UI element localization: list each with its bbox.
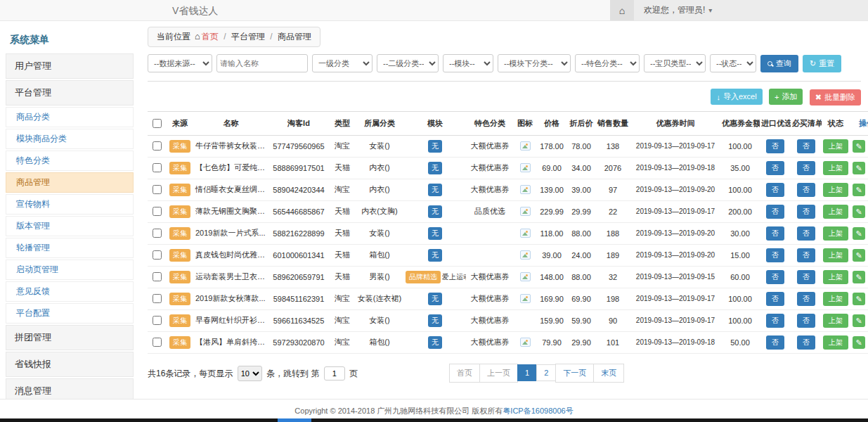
row-checkbox[interactable] bbox=[153, 250, 162, 260]
edit-button[interactable]: ✎ bbox=[853, 249, 865, 262]
sidebar-item[interactable]: 用户管理 bbox=[6, 53, 134, 79]
status-button[interactable]: 上架 bbox=[823, 205, 848, 219]
sidebar-item[interactable]: 意见反馈 bbox=[6, 281, 134, 302]
select-all-checkbox[interactable] bbox=[153, 119, 162, 128]
import-select-toggle[interactable]: 否 bbox=[766, 205, 784, 219]
must-buy-toggle[interactable]: 否 bbox=[797, 248, 815, 262]
status-button[interactable]: 上架 bbox=[823, 183, 848, 197]
must-buy-toggle[interactable]: 否 bbox=[797, 335, 815, 350]
sidebar-item[interactable]: 宣传物料 bbox=[6, 194, 134, 215]
feature-category: 大额优惠券 bbox=[466, 309, 514, 331]
import-select-toggle[interactable]: 否 bbox=[766, 161, 784, 175]
edit-button[interactable]: ✎ bbox=[853, 140, 865, 153]
sidebar-item[interactable]: 平台管理 bbox=[6, 80, 134, 106]
sidebar-item[interactable]: 商品管理 bbox=[6, 172, 134, 193]
must-buy-toggle[interactable]: 否 bbox=[797, 270, 815, 284]
page-number-input[interactable] bbox=[324, 366, 345, 381]
edit-button[interactable]: ✎ bbox=[853, 314, 865, 327]
status-button[interactable]: 上架 bbox=[823, 270, 848, 284]
discount-price: 88.00 bbox=[567, 266, 595, 288]
sidebar-item[interactable]: 平台配置 bbox=[6, 303, 134, 324]
page-button[interactable]: 上一页 bbox=[479, 364, 518, 383]
query-label: 查询 bbox=[776, 58, 791, 69]
sidebar-item[interactable]: 拼团管理 bbox=[6, 325, 134, 350]
row-checkbox[interactable] bbox=[153, 229, 162, 238]
coupon-time: 2019-09-13—2019-09-20 bbox=[630, 244, 720, 266]
discount-price: 69.90 bbox=[567, 288, 595, 309]
must-buy-toggle[interactable]: 否 bbox=[797, 205, 815, 219]
level2-category-select[interactable]: --二级分类-- bbox=[377, 54, 439, 72]
sidebar-item[interactable]: 轮播管理 bbox=[6, 238, 134, 258]
import-select-toggle[interactable]: 否 bbox=[766, 314, 784, 328]
product-name: 【港风】单肩斜挎链条... bbox=[194, 331, 268, 353]
row-checkbox[interactable] bbox=[153, 316, 162, 325]
import-select-toggle[interactable]: 否 bbox=[766, 248, 784, 262]
must-buy-toggle[interactable]: 否 bbox=[797, 183, 815, 197]
sidebar-item[interactable]: 版本管理 bbox=[6, 216, 134, 236]
data-source-select[interactable]: --数据来源-- bbox=[148, 54, 212, 72]
edit-button[interactable]: ✎ bbox=[853, 293, 865, 305]
page-button[interactable]: 首页 bbox=[449, 364, 480, 383]
import-select-toggle[interactable]: 否 bbox=[766, 139, 784, 153]
sidebar-item[interactable]: 模块商品分类 bbox=[6, 129, 134, 149]
page-button[interactable]: 末页 bbox=[593, 364, 624, 383]
sidebar-item[interactable]: 启动页管理 bbox=[6, 260, 134, 280]
sidebar-item[interactable]: 商品分类 bbox=[6, 107, 134, 127]
user-menu[interactable]: 欢迎您，管理员! ▾ bbox=[644, 0, 712, 20]
name-input[interactable] bbox=[216, 54, 308, 72]
status-select[interactable]: --状态-- bbox=[710, 54, 756, 72]
product-type: 天猫 bbox=[330, 244, 355, 266]
status-button[interactable]: 上架 bbox=[823, 314, 848, 328]
query-button[interactable]: 查询 bbox=[760, 55, 798, 72]
must-buy-toggle[interactable]: 否 bbox=[797, 139, 815, 153]
sidebar-item[interactable]: 特色分类 bbox=[6, 151, 134, 171]
row-checkbox[interactable] bbox=[153, 338, 162, 347]
level1-category-select[interactable]: 一级分类 bbox=[312, 54, 373, 72]
edit-button[interactable]: ✎ bbox=[853, 205, 865, 218]
must-buy-toggle[interactable]: 否 bbox=[797, 292, 815, 306]
import-select-toggle[interactable]: 否 bbox=[766, 183, 784, 197]
status-button[interactable]: 上架 bbox=[823, 139, 848, 153]
row-checkbox[interactable] bbox=[153, 163, 162, 172]
edit-button[interactable]: ✎ bbox=[853, 184, 865, 196]
status-button[interactable]: 上架 bbox=[823, 248, 848, 262]
sidebar-item[interactable]: 省钱快报 bbox=[6, 352, 134, 377]
page-button[interactable]: 下一页 bbox=[555, 364, 594, 383]
module-select[interactable]: --模块-- bbox=[443, 54, 493, 72]
add-button[interactable]: +添加 bbox=[769, 89, 803, 105]
icp-link[interactable]: 粤ICP备16098006号 bbox=[503, 407, 573, 415]
row-checkbox[interactable] bbox=[153, 185, 162, 194]
status-button[interactable]: 上架 bbox=[823, 161, 848, 175]
must-buy-toggle[interactable]: 否 bbox=[797, 161, 815, 175]
import-excel-button[interactable]: ↓导入excel bbox=[711, 89, 762, 105]
import-select-toggle[interactable]: 否 bbox=[766, 335, 784, 350]
row-checkbox[interactable] bbox=[153, 294, 162, 303]
edit-button[interactable]: ✎ bbox=[853, 227, 865, 240]
edit-button[interactable]: ✎ bbox=[853, 162, 865, 174]
status-button[interactable]: 上架 bbox=[823, 226, 848, 241]
status-button[interactable]: 上架 bbox=[823, 292, 848, 306]
edit-button[interactable]: ✎ bbox=[853, 271, 865, 283]
must-buy-toggle[interactable]: 否 bbox=[797, 226, 815, 241]
page-button[interactable]: 2 bbox=[536, 364, 556, 381]
breadcrumb-home-link[interactable]: 首页 bbox=[202, 32, 219, 41]
row-checkbox[interactable] bbox=[153, 272, 162, 281]
import-select-toggle[interactable]: 否 bbox=[766, 270, 784, 284]
per-page-select[interactable]: 10 bbox=[238, 366, 262, 381]
row-checkbox[interactable] bbox=[153, 207, 162, 216]
product-type: 淘宝 bbox=[330, 135, 355, 157]
feature-category-select[interactable]: --特色分类-- bbox=[575, 54, 640, 72]
reset-button[interactable]: ↻重置 bbox=[803, 55, 841, 72]
module-subcategory-select[interactable]: --模块下分类-- bbox=[498, 54, 571, 72]
import-select-toggle[interactable]: 否 bbox=[766, 226, 784, 241]
row-checkbox[interactable] bbox=[153, 141, 162, 151]
coupon-time: 2019-09-13—2019-09-20 bbox=[630, 179, 720, 200]
item-type-select[interactable]: --宝贝类型-- bbox=[644, 54, 706, 72]
import-select-toggle[interactable]: 否 bbox=[766, 292, 784, 306]
batch-delete-button[interactable]: ✖批量删除 bbox=[810, 89, 861, 106]
edit-button[interactable]: ✎ bbox=[853, 336, 865, 349]
home-button[interactable]: ⌂ bbox=[610, 0, 634, 20]
must-buy-toggle[interactable]: 否 bbox=[797, 314, 815, 328]
page-button[interactable]: 1 bbox=[517, 364, 537, 381]
status-button[interactable]: 上架 bbox=[823, 335, 848, 350]
